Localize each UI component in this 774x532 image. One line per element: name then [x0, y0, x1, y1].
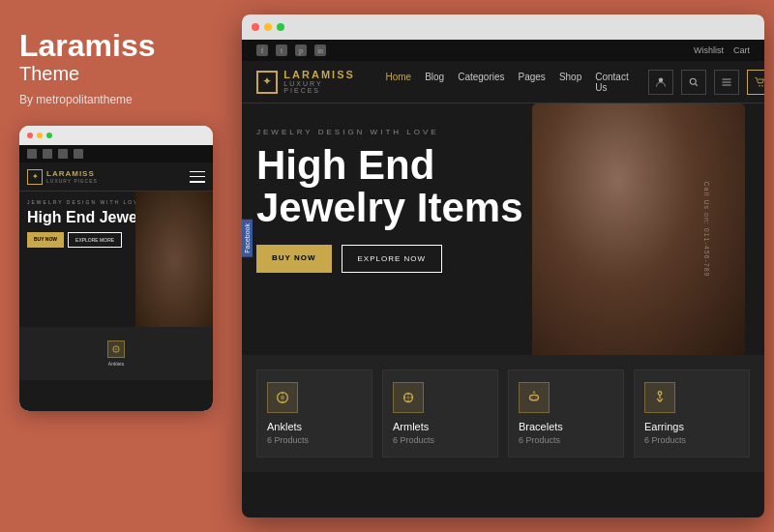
armlets-icon: [393, 382, 424, 413]
mobile-hero: JEWELRY DESIGN WITH LOVE High End Jewelr…: [19, 192, 213, 327]
armlets-label: Armlets: [393, 421, 429, 432]
desktop-linkedin-icon[interactable]: in: [314, 44, 326, 56]
anklets-label: Anklets: [267, 421, 302, 432]
anklets-count: 6 Products: [267, 435, 309, 445]
desktop-nav: ✦ LARAMISS LUXURY PIECES Home Blog Categ…: [242, 61, 764, 103]
desktop-buynow-button[interactable]: BUY NOW: [256, 245, 332, 273]
mobile-categories: Anklets: [19, 327, 213, 380]
nav-link-blog[interactable]: Blog: [425, 72, 444, 93]
desktop-hero-content: JEWELRY DESIGN WITH LOVE High End Jewelr…: [256, 128, 547, 273]
desktop-category-bracelets[interactable]: Bracelets 6 Products: [508, 369, 624, 458]
mobile-dot-red: [27, 133, 33, 138]
desktop-logo: ✦ LARAMISS LUXURY PIECES: [256, 70, 356, 94]
mobile-buynow-button[interactable]: BUY NOW: [27, 232, 64, 248]
desktop-logo-icon: ✦: [256, 71, 278, 94]
woman-figure: [532, 103, 745, 355]
earrings-count: 6 Products: [644, 435, 686, 445]
mobile-anklets-icon: [107, 340, 125, 358]
side-phone-text: Call Us on: 011-456-789: [703, 182, 710, 278]
svg-point-15: [406, 396, 410, 399]
mobile-facebook-icon: [27, 149, 37, 159]
mobile-explore-button[interactable]: EXPLORE MORE: [68, 232, 122, 248]
hero-title: High End Jewelry Items: [256, 144, 547, 229]
desktop-chrome-bar: [242, 15, 764, 40]
mobile-nav: ✦ LARAMISS LUXURY PIECES: [19, 163, 213, 192]
theme-author: By metropolitantheme: [19, 93, 213, 106]
nav-link-pages[interactable]: Pages: [519, 72, 546, 93]
svg-point-3: [690, 78, 696, 84]
hero-label: JEWELRY DESIGN WITH LOVE: [256, 128, 547, 136]
desktop-category-armlets[interactable]: Armlets 6 Products: [382, 369, 498, 458]
mobile-pinterest-icon: [58, 149, 68, 159]
hamburger-button[interactable]: [714, 70, 739, 95]
mobile-logo: ✦ LARAMISS LUXURY PIECES: [27, 169, 98, 185]
mobile-hamburger-button[interactable]: [190, 171, 205, 183]
svg-point-20: [658, 392, 662, 396]
mobile-dot-green: [46, 133, 52, 138]
mobile-linkedin-icon: [74, 149, 83, 159]
desktop-preview: f t p in Wishlist Cart ✦ LARAMISS LUXURY…: [242, 15, 764, 517]
svg-line-4: [695, 83, 697, 85]
left-panel: Laramiss Theme By metropolitantheme ✦: [0, 0, 232, 532]
mobile-preview: ✦ LARAMISS LUXURY PIECES: [19, 126, 213, 411]
nav-link-categories[interactable]: Categories: [458, 72, 504, 93]
desktop-category-earrings[interactable]: Earrings 6 Products: [634, 369, 750, 458]
bracelets-icon: [519, 382, 550, 413]
svg-point-8: [759, 85, 760, 87]
desktop-category-anklets[interactable]: Anklets 6 Products: [256, 369, 372, 458]
desktop-dot-red: [252, 23, 259, 31]
mobile-dot-yellow: [37, 133, 43, 138]
bracelets-label: Bracelets: [519, 421, 563, 432]
mobile-social-bar: [19, 145, 213, 163]
armlets-count: 6 Products: [393, 435, 434, 445]
facebook-tab[interactable]: Facebook: [242, 220, 253, 257]
mobile-content: ✦ LARAMISS LUXURY PIECES: [19, 145, 213, 411]
desktop-dot-green: [277, 23, 284, 31]
nav-link-home[interactable]: Home: [385, 72, 411, 93]
desktop-social-bar: f t p in Wishlist Cart: [242, 40, 764, 61]
mobile-logo-icon: ✦: [27, 169, 43, 185]
desktop-explore-button[interactable]: EXPLORE NOW: [342, 245, 443, 273]
desktop-pinterest-icon[interactable]: p: [295, 44, 307, 56]
svg-rect-16: [530, 395, 539, 399]
svg-point-19: [533, 391, 536, 394]
desktop-categories: Anklets 6 Products Armlets 6 Products: [242, 355, 764, 472]
nav-link-shop[interactable]: Shop: [559, 72, 581, 93]
desktop-social-icons: f t p in: [256, 44, 326, 56]
svg-point-9: [761, 85, 763, 87]
mobile-chrome-bar: [19, 126, 213, 145]
anklets-icon: [267, 382, 298, 413]
mobile-category-item[interactable]: Anklets: [27, 340, 205, 367]
svg-point-22: [659, 399, 662, 402]
cart-button[interactable]: [747, 70, 764, 95]
earrings-icon: [644, 382, 675, 413]
desktop-social-right: Wishlist Cart: [694, 45, 750, 55]
bracelets-count: 6 Products: [519, 435, 560, 445]
desktop-hero-image: [513, 103, 764, 355]
desktop-twitter-icon[interactable]: t: [276, 44, 287, 56]
desktop-nav-links: Home Blog Categories Pages Shop Contact …: [385, 72, 628, 93]
svg-point-2: [658, 77, 663, 82]
wishlist-link[interactable]: Wishlist: [694, 45, 724, 55]
earrings-label: Earrings: [644, 421, 684, 432]
desktop-dot-yellow: [264, 23, 272, 31]
desktop-hero-buttons: BUY NOW EXPLORE NOW: [256, 245, 547, 273]
mobile-hero-image: [135, 192, 213, 327]
desktop-nav-actions: [648, 70, 764, 95]
cart-link[interactable]: Cart: [733, 45, 750, 55]
desktop-hero: Facebook Call Us on: 011-456-789 JEWELRY…: [242, 103, 764, 355]
nav-link-contact[interactable]: Contact Us: [595, 72, 628, 93]
desktop-facebook-icon[interactable]: f: [256, 44, 268, 56]
user-button[interactable]: [648, 70, 673, 95]
theme-title: Laramiss Theme: [19, 29, 213, 85]
svg-point-11: [281, 396, 285, 400]
svg-point-1: [115, 348, 118, 351]
mobile-twitter-icon: [43, 149, 52, 159]
search-button[interactable]: [681, 70, 706, 95]
